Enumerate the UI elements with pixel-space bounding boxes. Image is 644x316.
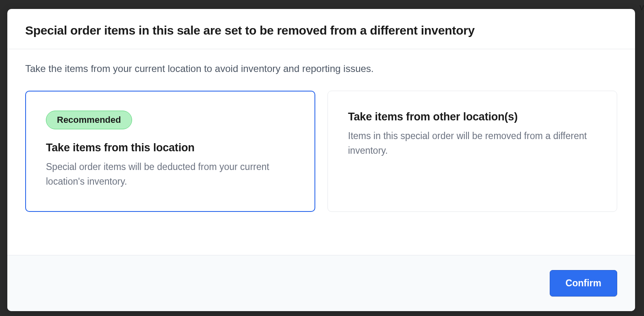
option-this-location[interactable]: Recommended Take items from this locatio… bbox=[25, 91, 315, 212]
recommended-badge: Recommended bbox=[46, 111, 132, 129]
option-description: Items in this special order will be remo… bbox=[348, 129, 597, 158]
modal-title: Special order items in this sale are set… bbox=[25, 24, 617, 37]
options-row: Recommended Take items from this locatio… bbox=[25, 91, 617, 212]
option-other-locations[interactable]: Take items from other location(s) Items … bbox=[327, 91, 618, 212]
confirm-button[interactable]: Confirm bbox=[550, 270, 617, 296]
modal-footer: Confirm bbox=[7, 255, 635, 311]
option-description: Special order items will be deducted fro… bbox=[46, 160, 295, 189]
modal-header: Special order items in this sale are set… bbox=[7, 9, 635, 49]
modal-instruction: Take the items from your current locatio… bbox=[25, 63, 617, 74]
backdrop-partial-text: v bbox=[640, 2, 644, 13]
modal-body: Take the items from your current locatio… bbox=[7, 49, 635, 255]
inventory-location-modal: Special order items in this sale are set… bbox=[7, 9, 635, 311]
option-title: Take items from this location bbox=[46, 142, 295, 154]
option-title: Take items from other location(s) bbox=[348, 111, 597, 123]
